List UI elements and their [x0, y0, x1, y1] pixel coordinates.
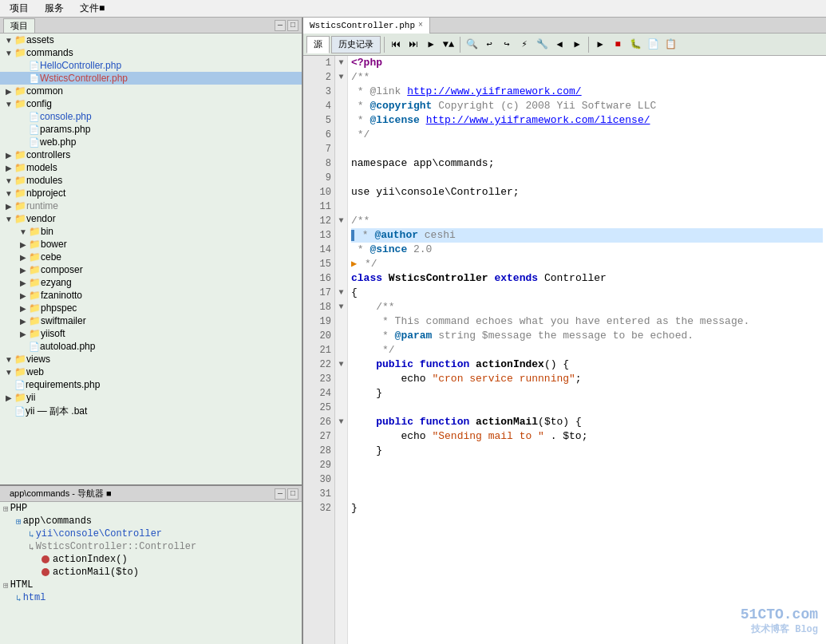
tree-item[interactable]: ▶📁swiftmailer: [0, 314, 302, 327]
code-line[interactable]: /**: [351, 214, 823, 228]
tree-item[interactable]: ▶📁ezyang: [0, 276, 302, 289]
tree-item[interactable]: ▼📁views: [0, 353, 302, 365]
fold-marker[interactable]: ▼: [335, 214, 347, 228]
tree-item[interactable]: 📄console.php: [0, 110, 302, 123]
toolbar-history-btn[interactable]: 历史记录: [331, 36, 381, 53]
tree-item[interactable]: ▼📁nbproject: [0, 187, 302, 200]
tree-item[interactable]: ▼📁modules: [0, 174, 302, 187]
toolbar-icon-5[interactable]: ↩: [481, 37, 497, 53]
code-line[interactable]: public function actionIndex() {: [351, 358, 823, 372]
code-line[interactable]: * @param string $message the message to …: [351, 329, 823, 343]
code-editor[interactable]: 1234567891011121314151617181920212223242…: [303, 56, 826, 644]
tree-item[interactable]: 📄WsticsController.php: [0, 72, 302, 85]
code-line[interactable]: [351, 142, 823, 156]
code-line[interactable]: * @license http://www.yiiframework.com/l…: [351, 113, 823, 128]
tree-item[interactable]: ▶📁phpspec: [0, 302, 302, 314]
tree-item[interactable]: ▼📁bin: [0, 225, 302, 238]
fold-marker[interactable]: ▼: [335, 286, 347, 300]
tree-item[interactable]: ▶📁common: [0, 85, 302, 97]
toolbar-run-icon[interactable]: ▶: [592, 37, 608, 53]
menu-service[interactable]: 服务: [38, 0, 70, 17]
code-line[interactable]: namespace app\commands;: [351, 156, 823, 171]
toolbar-source-btn[interactable]: 源: [306, 36, 330, 53]
menu-file[interactable]: 文件■: [73, 0, 111, 17]
tree-item[interactable]: ▼📁assets: [0, 34, 302, 46]
code-line[interactable]: */: [351, 343, 823, 358]
fold-marker[interactable]: ▼: [335, 358, 347, 372]
fold-marker[interactable]: ▼: [335, 415, 347, 429]
tree-item[interactable]: ▶📁yiisoft: [0, 327, 302, 340]
bottom-tree-item[interactable]: actionIndex(): [0, 553, 302, 566]
tree-item[interactable]: 📄yii — 副本 .bat: [0, 404, 302, 419]
tree-item[interactable]: ▶📁models: [0, 161, 302, 174]
tree-item[interactable]: ▶📁cebe: [0, 251, 302, 263]
code-line[interactable]: * @since 2.0: [351, 243, 823, 257]
toolbar-icon-1[interactable]: ⏮: [388, 37, 404, 53]
menu-project[interactable]: 项目: [3, 0, 35, 17]
bottom-minimize-btn[interactable]: —: [275, 488, 286, 500]
editor-tab-active[interactable]: WsticsController.php ×: [303, 18, 430, 34]
toolbar-stop-icon[interactable]: ■: [610, 37, 626, 53]
tree-item[interactable]: ▶📁bower: [0, 238, 302, 251]
bottom-tree-item[interactable]: ↳yii\console\Controller: [0, 527, 302, 540]
code-line[interactable]: [351, 401, 823, 415]
bottom-tree-item[interactable]: ⊞HTML: [0, 579, 302, 591]
editor-tab-close[interactable]: ×: [418, 21, 423, 30]
bottom-tree-item[interactable]: ↳WsticsController::Controller: [0, 540, 302, 553]
code-line[interactable]: * @link http://www.yiiframework.com/: [351, 85, 823, 99]
fold-marker[interactable]: ▼: [335, 300, 347, 314]
tree-item[interactable]: ▶📁composer: [0, 263, 302, 276]
code-line[interactable]: }: [351, 501, 823, 516]
toolbar-debug-icon[interactable]: 🐛: [627, 37, 643, 53]
code-line[interactable]: }: [351, 386, 823, 401]
bottom-tree-item[interactable]: actionMail($to): [0, 566, 302, 579]
toolbar-icon-8[interactable]: 🔧: [534, 37, 550, 53]
code-line[interactable]: /**: [351, 70, 823, 85]
code-line[interactable]: ▶ */: [351, 257, 823, 271]
code-line[interactable]: * @author ceshi: [351, 228, 823, 243]
panel-minimize-btn[interactable]: —: [275, 20, 286, 31]
toolbar-icon-6[interactable]: ↪: [499, 37, 515, 53]
code-line[interactable]: /**: [351, 300, 823, 314]
toolbar-icon-9[interactable]: ◀: [551, 37, 567, 53]
toolbar-icon-11[interactable]: 📄: [645, 37, 661, 53]
bottom-panel-content[interactable]: ⊞PHP⊞app\commands↳yii\console\Controller…: [0, 502, 302, 644]
tree-item[interactable]: ▶📁runtime: [0, 200, 302, 212]
tree-item[interactable]: 📄requirements.php: [0, 378, 302, 391]
toolbar-icon-4[interactable]: ▼▲: [441, 37, 456, 53]
toolbar-search-icon[interactable]: 🔍: [464, 37, 480, 53]
tab-project[interactable]: 项目: [3, 18, 35, 33]
code-lines[interactable]: <?php/** * @link http://www.yiiframework…: [348, 56, 826, 644]
tree-item[interactable]: ▼📁commands: [0, 46, 302, 59]
code-line[interactable]: [351, 458, 823, 472]
toolbar-icon-12[interactable]: 📋: [662, 37, 678, 53]
tree-item[interactable]: ▶📁controllers: [0, 148, 302, 161]
code-line[interactable]: */: [351, 128, 823, 142]
bottom-maximize-btn[interactable]: □: [287, 488, 298, 500]
code-line[interactable]: public function actionMail($to) {: [351, 415, 823, 429]
tree-item[interactable]: 📄params.php: [0, 123, 302, 136]
code-line[interactable]: [351, 487, 823, 501]
code-line[interactable]: * @copyright Copyright (c) 2008 Yii Soft…: [351, 99, 823, 113]
code-line[interactable]: [351, 200, 823, 214]
file-tree-scroll[interactable]: ▼📁assets▼📁commands📄HelloController.php📄W…: [0, 34, 302, 484]
code-line[interactable]: [351, 472, 823, 487]
bottom-tree-item[interactable]: ↳html: [0, 591, 302, 604]
code-line[interactable]: {: [351, 286, 823, 300]
code-line[interactable]: echo "Sending mail to " . $to;: [351, 429, 823, 444]
bottom-tree-item[interactable]: ⊞PHP: [0, 502, 302, 515]
code-line[interactable]: [351, 171, 823, 185]
toolbar-icon-7[interactable]: ⚡: [516, 37, 532, 53]
tree-item[interactable]: 📄autoload.php: [0, 340, 302, 353]
code-line[interactable]: * This command echoes what you have ente…: [351, 314, 823, 329]
code-line[interactable]: use yii\console\Controller;: [351, 185, 823, 200]
tree-item[interactable]: ▼📁web: [0, 365, 302, 378]
bottom-tree-item[interactable]: ⊞app\commands: [0, 515, 302, 527]
tree-item[interactable]: ▼📁config: [0, 97, 302, 110]
fold-marker[interactable]: ▼: [335, 56, 347, 70]
tree-item[interactable]: 📄HelloController.php: [0, 59, 302, 72]
code-line[interactable]: class WsticsController extends Controlle…: [351, 271, 823, 286]
code-line[interactable]: <?php: [351, 56, 823, 70]
code-line[interactable]: echo "cron service runnning";: [351, 372, 823, 386]
toolbar-icon-2[interactable]: ⏭: [405, 37, 421, 53]
